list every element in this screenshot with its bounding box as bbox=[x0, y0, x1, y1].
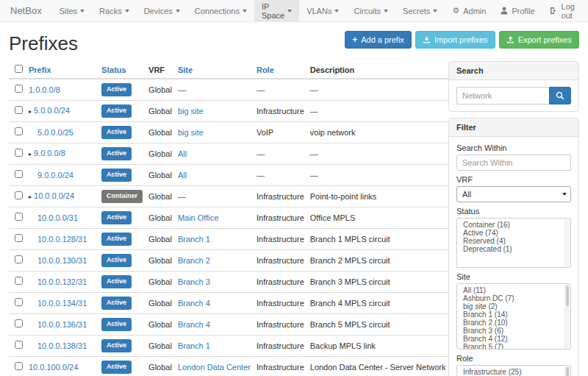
listbox-option[interactable]: Branch 3 (6) bbox=[457, 327, 570, 335]
scrollbar[interactable] bbox=[564, 285, 570, 348]
table-row: 10.0.0.0/31ActiveGlobalMain OfficeInfras… bbox=[9, 207, 448, 229]
prefix-link[interactable]: 10.0.0.136/31 bbox=[37, 320, 87, 329]
row-checkbox[interactable] bbox=[15, 213, 23, 221]
row-checkbox[interactable] bbox=[15, 277, 23, 285]
add-prefix-button[interactable]: + Add a prefix bbox=[345, 31, 412, 49]
site-link[interactable]: big site bbox=[178, 107, 204, 116]
scrollbar[interactable] bbox=[564, 219, 570, 266]
prefix-link[interactable]: 5.0.0.0/25 bbox=[37, 128, 74, 137]
status-badge: Active bbox=[101, 318, 132, 331]
sort-header-prefix[interactable]: Prefix bbox=[29, 65, 51, 74]
empty-value: — bbox=[178, 85, 186, 94]
search-input[interactable] bbox=[456, 87, 549, 104]
site-link[interactable]: Branch 3 bbox=[178, 277, 210, 286]
sort-header-status[interactable]: Status bbox=[101, 65, 126, 74]
search-button[interactable] bbox=[549, 87, 571, 104]
site-link[interactable]: All bbox=[178, 171, 187, 180]
search-within-input[interactable] bbox=[456, 155, 571, 171]
listbox-option[interactable]: Active (74) bbox=[457, 229, 570, 237]
row-checkbox[interactable] bbox=[15, 298, 23, 306]
row-checkbox[interactable] bbox=[15, 319, 23, 327]
brand-logo[interactable]: NetBox bbox=[0, 0, 52, 21]
nav-item-connections[interactable]: Connections bbox=[187, 0, 254, 21]
row-checkbox[interactable] bbox=[15, 127, 23, 135]
admin-link[interactable]: ⚙ Admin bbox=[445, 0, 493, 21]
table-row: 10.0.0.132/31ActiveGlobalBranch 3Infrast… bbox=[9, 272, 448, 293]
profile-link[interactable]: Profile bbox=[493, 0, 542, 21]
row-checkbox[interactable] bbox=[15, 341, 23, 349]
select-all-checkbox[interactable] bbox=[15, 65, 23, 73]
site-link[interactable]: Branch 4 bbox=[178, 299, 210, 308]
listbox-option[interactable]: Ashburn DC (7) bbox=[457, 294, 570, 302]
listbox-option[interactable]: Infrastructure (25) bbox=[457, 368, 570, 376]
prefix-link[interactable]: 10.0.0.132/31 bbox=[37, 277, 87, 286]
expand-caret-icon[interactable]: ▸ bbox=[29, 151, 32, 157]
export-prefixes-button[interactable]: Export prefixes bbox=[499, 31, 579, 49]
prefix-link[interactable]: 10.0.0.0/24 bbox=[34, 191, 74, 200]
vrf-select[interactable]: All bbox=[456, 186, 571, 202]
row-checkbox[interactable] bbox=[15, 170, 23, 178]
vrf-value: Global bbox=[148, 149, 172, 158]
prefix-link[interactable]: 10.0.0.134/31 bbox=[37, 299, 87, 308]
nav-item-racks[interactable]: Racks bbox=[92, 0, 137, 21]
row-checkbox[interactable] bbox=[15, 85, 23, 93]
site-link[interactable]: Branch 4 bbox=[178, 320, 210, 329]
listbox-option[interactable]: Branch 4 (12) bbox=[457, 335, 570, 343]
logout-link[interactable]: Log out bbox=[542, 0, 582, 21]
status-listbox[interactable]: Container (16)Active (74)Reserved (4)Dep… bbox=[456, 218, 571, 268]
site-link[interactable]: All bbox=[178, 149, 187, 158]
table-header-row: Prefix Status VRF Site Role Description bbox=[9, 61, 448, 79]
nav-item-sites[interactable]: Sites bbox=[52, 0, 92, 21]
nav-item-secrets[interactable]: Secrets bbox=[395, 0, 445, 21]
chevron-down-icon bbox=[125, 10, 129, 13]
expand-caret-icon[interactable]: ▸ bbox=[29, 194, 32, 200]
prefix-link[interactable]: 10.0.0.0/31 bbox=[37, 213, 78, 222]
row-checkbox[interactable] bbox=[15, 106, 23, 114]
row-checkbox[interactable] bbox=[15, 149, 23, 157]
listbox-option[interactable]: Container (16) bbox=[457, 221, 570, 229]
site-listbox[interactable]: All (11)Ashburn DC (7)big site (2)Branch… bbox=[456, 283, 571, 350]
row-checkbox[interactable] bbox=[15, 255, 23, 263]
sort-header-role[interactable]: Role bbox=[257, 65, 274, 74]
site-link[interactable]: Branch 2 bbox=[178, 256, 210, 265]
site-link[interactable]: Branch 1 bbox=[178, 235, 210, 244]
prefix-link[interactable]: 10.0.0.130/31 bbox=[37, 256, 87, 265]
prefix-link[interactable]: 5.0.0.0/24 bbox=[34, 106, 70, 115]
listbox-option[interactable]: Deprecated (1) bbox=[457, 245, 570, 253]
listbox-option[interactable]: big site (2) bbox=[457, 302, 570, 311]
action-buttons: + Add a prefix Import prefixes Export pr… bbox=[345, 31, 579, 49]
user-icon bbox=[501, 7, 508, 15]
row-checkbox[interactable] bbox=[15, 191, 23, 199]
site-link[interactable]: big site bbox=[178, 128, 204, 137]
site-link[interactable]: Branch 1 bbox=[178, 341, 210, 350]
listbox-option[interactable]: Branch 5 (7) bbox=[457, 343, 570, 350]
import-prefixes-button[interactable]: Import prefixes bbox=[415, 31, 495, 49]
scrollbar[interactable] bbox=[564, 366, 570, 376]
sort-header-site[interactable]: Site bbox=[178, 65, 193, 74]
prefix-link[interactable]: 1.0.0.0/8 bbox=[29, 85, 60, 94]
prefix-link[interactable]: 10.0.0.138/31 bbox=[37, 341, 87, 350]
role-listbox[interactable]: Infrastructure (25)Management (8)Private… bbox=[456, 365, 571, 376]
nav-item-ip-space[interactable]: IP Space bbox=[254, 0, 299, 21]
listbox-option[interactable]: Reserved (4) bbox=[457, 237, 570, 245]
nav-item-circuits[interactable]: Circuits bbox=[346, 0, 395, 21]
row-checkbox[interactable] bbox=[15, 234, 23, 242]
listbox-option[interactable]: All (11) bbox=[457, 286, 570, 294]
row-checkbox[interactable] bbox=[15, 362, 23, 370]
nav-item-devices[interactable]: Devices bbox=[137, 0, 187, 21]
description-value: Branch 5 MPLS circuit bbox=[310, 320, 390, 329]
nav-item-vlans[interactable]: VLANs bbox=[299, 0, 346, 21]
prefix-link[interactable]: 10.0.100.0/24 bbox=[29, 363, 78, 372]
description-value: Branch 3 MPLS circuit bbox=[310, 277, 390, 286]
description-value: Branch 2 MPLS circuit bbox=[310, 256, 390, 265]
prefix-link[interactable]: 9.0.0.0/8 bbox=[34, 149, 65, 157]
listbox-option[interactable]: Branch 1 (14) bbox=[457, 311, 570, 319]
prefix-link[interactable]: 9.0.0.0/24 bbox=[37, 171, 74, 180]
site-link[interactable]: London Data Center bbox=[178, 363, 251, 372]
listbox-option[interactable]: Branch 2 (10) bbox=[457, 319, 570, 327]
prefix-link[interactable]: 10.0.0.128/31 bbox=[37, 235, 87, 244]
description-value: Point-to-point links bbox=[310, 192, 377, 201]
expand-caret-icon[interactable]: ▸ bbox=[29, 108, 32, 115]
status-badge: Active bbox=[101, 147, 132, 160]
site-link[interactable]: Main Office bbox=[178, 213, 218, 222]
